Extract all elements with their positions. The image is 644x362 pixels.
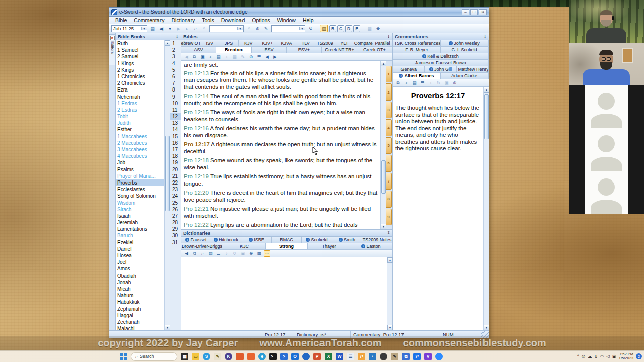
2 Kings[interactable]: 2 Kings <box>116 67 164 73</box>
Zephaniah[interactable]: Zephaniah <box>116 306 164 312</box>
listen-icon[interactable]: ♪ <box>223 250 230 257</box>
2 Samuel[interactable]: 2 Samuel <box>116 53 164 60</box>
menu-item[interactable]: Tools <box>199 17 217 23</box>
back-icon[interactable]: ◀ <box>183 250 190 257</box>
dictionary-tab[interactable]: i Smith <box>332 237 362 243</box>
teamviewer-app[interactable]: ⇄ <box>413 353 421 360</box>
3 Maccabees[interactable]: 3 Maccabees <box>116 146 164 153</box>
scroll-up-icon[interactable]: ▲ <box>165 40 170 46</box>
chapter-item[interactable]: 24 <box>170 193 181 199</box>
title-bar[interactable]: e-Sword - the Sword of the LORD with an … <box>109 8 489 17</box>
word-app[interactable]: W <box>336 353 343 360</box>
dictionary-tab[interactable]: i Scofield <box>302 237 332 243</box>
maximize-button[interactable]: □ <box>470 9 478 15</box>
scroll-thumb[interactable] <box>484 94 489 139</box>
export-icon[interactable]: ▤ <box>215 54 222 60</box>
Ruth[interactable]: Ruth <box>116 40 164 47</box>
commentary-tab[interactable]: i TSK Cross References <box>393 40 441 46</box>
verse[interactable]: Pro 12:18 Some wound as they speak, like… <box>184 157 378 171</box>
Jonah[interactable]: Jonah <box>116 279 164 286</box>
scroll-down-icon[interactable]: ▼ <box>381 224 386 229</box>
verse[interactable]: Pro 12:14 The soul of a man shall be fil… <box>184 93 378 107</box>
file-explorer-app[interactable]: ▭ <box>192 353 199 360</box>
bible-tab[interactable]: i Hebrew OT+ <box>181 40 200 46</box>
zoom-app[interactable] <box>435 353 443 360</box>
bible-tab[interactable]: i Compare <box>354 40 373 46</box>
1 Kings[interactable]: 1 Kings <box>116 60 164 67</box>
chapter-side-tab[interactable]: 6 <box>386 155 392 171</box>
menu-item[interactable]: Window <box>274 17 299 23</box>
chapter-item[interactable]: 8 <box>170 86 181 93</box>
Nehemiah[interactable]: Nehemiah <box>116 94 164 100</box>
bible-tab[interactable]: i TS2009 <box>315 40 335 46</box>
minimize-button[interactable]: – <box>462 9 469 15</box>
bible-tab[interactable]: i ISV <box>200 40 219 46</box>
verse-ref[interactable]: Pro 12:15 <box>184 109 209 115</box>
close-button[interactable]: × <box>479 9 487 15</box>
wifi-icon[interactable]: ◠ <box>600 354 604 359</box>
tooltip-icon[interactable]: ▣ <box>239 250 246 257</box>
taskbar-clock[interactable]: 7:52 PM 1/5/2023 <box>619 352 633 360</box>
search-icon[interactable]: ⌕ <box>199 250 206 257</box>
Obadiah[interactable]: Obadiah <box>116 273 164 279</box>
apply-icon[interactable]: ↯ <box>307 25 314 32</box>
menu-item[interactable]: Dictionary <box>168 17 198 23</box>
verse[interactable]: Pro 12:21 No injustice will please a jus… <box>184 206 378 219</box>
chapter-item[interactable]: 5 <box>170 67 181 73</box>
Tobit[interactable]: Tobit <box>116 113 164 120</box>
dictionary-tab[interactable]: i Brown-Driver-Briggs <box>181 243 223 249</box>
volume-icon[interactable]: ◁ <box>606 354 610 359</box>
listen-icon[interactable]: ♪ <box>223 54 230 60</box>
Prayer of Mana...[interactable]: Prayer of Mana... <box>116 173 164 179</box>
chart-icon[interactable]: ▦ <box>256 250 262 257</box>
Haggai[interactable]: Haggai <box>116 312 164 319</box>
Joel[interactable]: Joel <box>116 259 164 265</box>
chapter-item[interactable]: 1 <box>170 40 181 47</box>
1 Maccabees[interactable]: 1 Maccabees <box>116 133 164 140</box>
chevron-down-icon[interactable]: ▼ <box>299 27 305 30</box>
verse[interactable]: Pro 12:19 True lips establish testimony;… <box>184 173 378 187</box>
devices-app[interactable]: ⧉ <box>402 353 410 360</box>
2 Chronicles[interactable]: 2 Chronicles <box>116 80 164 86</box>
sync-icon[interactable]: ↻ <box>435 80 442 86</box>
books-scrollbar[interactable]: ▲ ▼ <box>164 40 170 330</box>
chapter-side-tab[interactable]: 2 <box>386 83 392 100</box>
prev-chapter-icon[interactable]: ◀ <box>264 54 270 60</box>
verse-ref[interactable]: Pro 12:13 <box>184 70 209 76</box>
verse-partial[interactable]: are firmly set. <box>184 62 378 69</box>
Ezekiel[interactable]: Ezekiel <box>116 239 164 246</box>
camera-tray-icon[interactable]: ▣ <box>612 354 616 359</box>
scroll-thumb[interactable] <box>381 160 386 194</box>
commentary-tab[interactable]: i John Wesley <box>441 40 489 46</box>
1 Samuel[interactable]: 1 Samuel <box>116 47 164 53</box>
edge-app[interactable]: e <box>258 353 266 360</box>
chapter-item[interactable]: 3 <box>170 53 181 60</box>
chapter-item[interactable]: 28 <box>170 219 181 226</box>
bible-tab[interactable]: i ESV+ <box>287 47 322 53</box>
verse-ref[interactable]: Pro 12:14 <box>184 93 209 99</box>
verse[interactable]: Pro 12:13 For the sin of his lips a sinn… <box>184 70 378 91</box>
outlook-app[interactable]: O <box>291 353 299 360</box>
verse-ref[interactable]: Pro 12:16 <box>184 125 209 131</box>
verse-picker[interactable]: Joh 11:25 ▼ <box>111 25 147 32</box>
sync-icon[interactable]: ↻ <box>231 250 238 257</box>
Malachi[interactable]: Malachi <box>116 325 164 330</box>
verse-ref[interactable]: Pro 12:21 <box>184 206 209 212</box>
search-bible-icon[interactable]: ⌕ <box>207 54 214 60</box>
signing-app[interactable]: ✎ <box>391 353 398 360</box>
Zechariah[interactable]: Zechariah <box>116 319 164 325</box>
Ezra[interactable]: Ezra <box>116 86 164 93</box>
export-icon[interactable]: ▤ <box>207 250 214 257</box>
back-icon[interactable]: ◀ <box>157 25 165 32</box>
chapter-item[interactable]: 18 <box>170 153 181 159</box>
Job[interactable]: Job <box>116 159 164 166</box>
Wisdom[interactable]: Wisdom <box>116 200 164 206</box>
resources-icon[interactable]: ❖ <box>374 25 382 32</box>
start-button[interactable] <box>120 353 127 360</box>
chapter-item[interactable]: 31 <box>170 239 181 246</box>
internet-icon[interactable]: ⊕ <box>254 25 261 32</box>
bible-tab[interactable]: i Brenton <box>216 47 252 53</box>
chapter-item[interactable]: 11 <box>170 107 181 113</box>
menu-item[interactable]: Commentary <box>131 17 167 23</box>
task-view-app[interactable]: ▦ <box>181 353 188 360</box>
